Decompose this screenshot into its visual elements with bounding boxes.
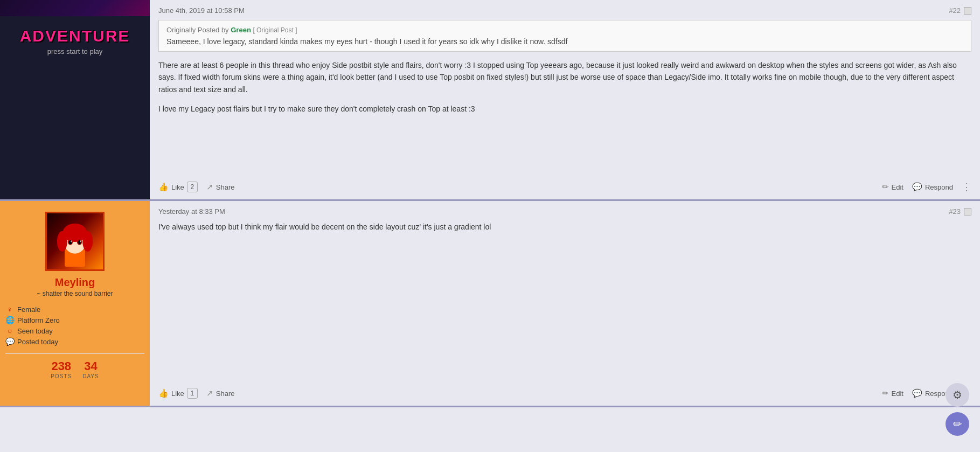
posts-stat: 238 POSTS bbox=[51, 359, 72, 379]
post-22-para-1: There are at least 6 people in this thre… bbox=[158, 59, 971, 95]
post-23-timestamp: Yesterday at 8:33 PM bbox=[158, 207, 225, 215]
post-23-body: I've always used top but I think my flai… bbox=[158, 221, 971, 383]
post-22-footer-right: ✏ Edit 💬 Respond ⋮ bbox=[882, 181, 971, 193]
quote-header: Originally Posted by Green [ Original Po… bbox=[166, 26, 963, 34]
thumbs-up-icon-23: 👍 bbox=[158, 388, 169, 398]
settings-fab[interactable]: ⚙ bbox=[946, 383, 969, 407]
post-number-checkbox-23[interactable] bbox=[964, 208, 971, 215]
post-22-para-2: I love my Legacy post flairs but I try t… bbox=[158, 103, 971, 115]
share-icon-23: ↗ bbox=[206, 388, 213, 398]
game-subtitle: press start to play bbox=[47, 47, 103, 55]
like-label-22: Like bbox=[171, 183, 184, 191]
user-stats: 238 POSTS 34 DAYS bbox=[5, 353, 144, 379]
quote-box: Originally Posted by Green [ Original Po… bbox=[158, 20, 971, 52]
days-stat: 34 DAYS bbox=[82, 359, 99, 379]
post-22-footer-left: 👍 Like 2 ↗ Share bbox=[158, 182, 235, 192]
post-23-content: Yesterday at 8:33 PM #23 I've always use… bbox=[150, 201, 980, 406]
respond-icon-23: 💬 bbox=[912, 388, 922, 398]
game-title: ADVENTURE bbox=[20, 16, 130, 45]
post-22-footer: 👍 Like 2 ↗ Share ✏ Edit 💬 Respond bbox=[158, 177, 971, 193]
edit-button-23[interactable]: ✏ Edit bbox=[882, 388, 903, 398]
post-23-number: #23 bbox=[949, 207, 971, 215]
edit-icon-23: ✏ bbox=[882, 388, 889, 398]
edit-label-22: Edit bbox=[892, 183, 903, 191]
gear-icon: ⚙ bbox=[953, 388, 962, 401]
post-22-content: June 4th, 2019 at 10:58 PM #22 Originall… bbox=[150, 0, 980, 199]
respond-icon: 💬 bbox=[912, 182, 922, 192]
posted-icon: 💬 bbox=[5, 337, 14, 346]
user-gender: ♀ Female bbox=[5, 304, 144, 315]
avatar-image bbox=[47, 212, 103, 271]
share-button-23[interactable]: ↗ Share bbox=[206, 388, 235, 398]
post-22: ADVENTURE press start to play bbox=[0, 0, 980, 201]
quote-link: [ Original Post ] bbox=[253, 26, 297, 34]
gender-icon: ♀ bbox=[5, 305, 14, 314]
post-23-para-1: I've always used top but I think my flai… bbox=[158, 221, 971, 233]
post-23-footer: 👍 Like 1 ↗ Share ✏ Edit 💬 Respond bbox=[158, 383, 971, 399]
quote-content: Sameeee, I love legacy, standard kinda m… bbox=[166, 37, 963, 46]
post-23: Meyling ~ shatter the sound barrier ♀ Fe… bbox=[0, 201, 980, 407]
post-23-footer-left: 👍 Like 1 ↗ Share bbox=[158, 388, 235, 399]
post-22-sidebar: ADVENTURE press start to play bbox=[0, 0, 150, 199]
thumbs-up-icon: 👍 bbox=[158, 182, 169, 192]
like-button-23[interactable]: 👍 Like 1 bbox=[158, 388, 198, 399]
post-22-header: June 4th, 2019 at 10:58 PM #22 bbox=[158, 6, 971, 15]
post-number-checkbox[interactable] bbox=[964, 7, 971, 15]
post-22-timestamp: June 4th, 2019 at 10:58 PM bbox=[158, 6, 245, 15]
post-22-number: #22 bbox=[949, 6, 971, 15]
user-seen: ○ Seen today bbox=[5, 325, 144, 336]
svg-point-17 bbox=[57, 231, 67, 252]
days-label: DAYS bbox=[82, 373, 99, 379]
avatar bbox=[45, 212, 105, 271]
floating-actions: ⚙ ✏ bbox=[946, 383, 969, 436]
user-info-list: ♀ Female 🌐 Platform Zero ○ Seen today 💬 … bbox=[5, 304, 144, 347]
respond-label-22: Respond bbox=[925, 183, 953, 191]
compose-fab[interactable]: ✏ bbox=[946, 412, 969, 436]
svg-point-23 bbox=[71, 241, 72, 242]
game-banner: ADVENTURE press start to play bbox=[0, 0, 150, 199]
post-23-header: Yesterday at 8:33 PM #23 bbox=[158, 207, 971, 215]
usertitle-23: ~ shatter the sound barrier bbox=[37, 290, 113, 297]
share-icon: ↗ bbox=[206, 182, 213, 192]
edit-icon: ✏ bbox=[882, 182, 889, 192]
like-count-23: 1 bbox=[187, 388, 198, 399]
share-label-23: Share bbox=[216, 390, 235, 398]
respond-button-22[interactable]: 💬 Respond bbox=[912, 182, 953, 192]
days-count: 34 bbox=[82, 359, 99, 373]
like-label-23: Like bbox=[171, 390, 184, 398]
quote-author: Green bbox=[231, 26, 251, 34]
edit-button-22[interactable]: ✏ Edit bbox=[882, 182, 903, 192]
pencil-icon: ✏ bbox=[953, 418, 962, 430]
share-label-22: Share bbox=[216, 183, 235, 191]
like-count-22: 2 bbox=[187, 182, 198, 192]
more-options-icon-22[interactable]: ⋮ bbox=[962, 181, 971, 193]
svg-point-18 bbox=[82, 231, 93, 252]
seen-icon: ○ bbox=[5, 326, 14, 335]
posts-label: POSTS bbox=[51, 373, 72, 379]
edit-label-23: Edit bbox=[892, 390, 903, 398]
like-button-22[interactable]: 👍 Like 2 bbox=[158, 182, 198, 192]
user-platform: 🌐 Platform Zero bbox=[5, 315, 144, 325]
post-22-body: There are at least 6 people in this thre… bbox=[158, 59, 971, 171]
svg-point-24 bbox=[80, 241, 81, 242]
username-23: Meyling bbox=[55, 276, 95, 289]
post-23-sidebar: Meyling ~ shatter the sound barrier ♀ Fe… bbox=[0, 201, 150, 406]
user-posted: 💬 Posted today bbox=[5, 336, 144, 347]
platform-icon: 🌐 bbox=[5, 316, 14, 324]
share-button-22[interactable]: ↗ Share bbox=[206, 182, 235, 192]
posts-count: 238 bbox=[51, 359, 72, 373]
